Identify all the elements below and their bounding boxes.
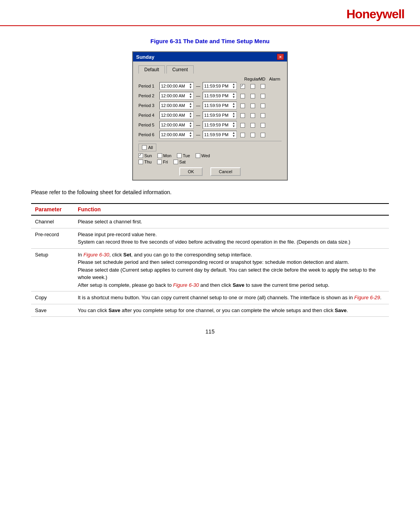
sun-checkbox[interactable] xyxy=(138,153,143,158)
ok-button[interactable]: OK xyxy=(179,167,203,176)
period-3-regular-checkbox[interactable] xyxy=(240,104,245,108)
period-4-alarm-checkbox[interactable] xyxy=(261,113,265,118)
setup-text-2: , click xyxy=(109,252,123,258)
table-row: Channel Please select a channel first. xyxy=(31,215,389,228)
save-text-1: You can click xyxy=(78,307,108,313)
period-1-md-cell xyxy=(248,83,257,89)
period-row-1: Period 1 12:00:00 AM ▲▼ — 11:59:59 PM ▲▼ xyxy=(138,82,282,90)
period-4-start-spinner[interactable]: ▲▼ xyxy=(189,112,192,118)
period-5-md-cell xyxy=(248,122,257,128)
period-2-start[interactable]: 12:00:00 AM ▲▼ xyxy=(159,92,194,100)
days-row-2: Thu Fri Sat xyxy=(138,160,282,164)
period-5-md-checkbox[interactable] xyxy=(250,123,255,128)
period-4-regular-checkbox[interactable] xyxy=(240,113,245,118)
period-3-alarm-checkbox[interactable] xyxy=(261,104,265,108)
cancel-button[interactable]: Cancel xyxy=(210,167,241,176)
param-prerecord: Pre-record xyxy=(31,228,74,248)
table-row: Pre-record Please input pre-record value… xyxy=(31,228,389,248)
period-6-alarm-checkbox[interactable] xyxy=(261,133,265,137)
setup-text-3: , and you can go to the corresponding se… xyxy=(131,252,252,258)
fri-label: Fri xyxy=(163,160,168,164)
day-sun: Sun xyxy=(138,153,152,158)
day-sat: Sat xyxy=(173,160,186,164)
tue-label: Tue xyxy=(183,153,190,158)
wed-label: Wed xyxy=(201,153,210,158)
period-1-regular-checkbox[interactable] xyxy=(240,84,245,89)
all-label: All xyxy=(148,145,153,150)
save-text-3: . xyxy=(346,307,348,313)
setup-link-1: Figure 6-30 xyxy=(83,252,109,258)
setup-text-5: Please select date (Current setup applie… xyxy=(78,267,376,281)
period-6-regular-checkbox[interactable] xyxy=(240,133,245,137)
dialog-wrapper: Sunday × Default Current Regular MD Alar… xyxy=(31,51,389,181)
dialog-close-button[interactable]: × xyxy=(277,54,284,60)
period-6-md-checkbox[interactable] xyxy=(250,133,255,137)
copy-link-1: Figure 6-29 xyxy=(354,295,380,300)
period-1-start[interactable]: 12:00:00 AM ▲▼ xyxy=(159,82,194,90)
period-4-end-spinner[interactable]: ▲▼ xyxy=(232,112,235,118)
table-row: Save You can click Save after you comple… xyxy=(31,304,389,317)
period-4-start[interactable]: 12:00:00 AM ▲▼ xyxy=(159,111,194,119)
period-3-end[interactable]: 11:59:59 PM ▲▼ xyxy=(203,102,237,109)
day-tue: Tue xyxy=(177,153,190,158)
period-2-md-checkbox[interactable] xyxy=(250,94,255,98)
period-1-md-checkbox[interactable] xyxy=(250,84,255,89)
mon-checkbox[interactable] xyxy=(158,153,162,158)
period-row-5: Period 5 12:00:00 AM ▲▼ — 11:59:59 PM ▲▼ xyxy=(138,121,282,129)
period-5-end-spinner[interactable]: ▲▼ xyxy=(232,122,235,128)
period-6-label: Period 6 xyxy=(138,132,158,137)
period-3-md-cell xyxy=(248,103,257,108)
period-4-md-checkbox[interactable] xyxy=(250,113,255,118)
tue-checkbox[interactable] xyxy=(177,153,182,158)
period-3-end-value: 11:59:59 PM xyxy=(204,103,228,108)
setup-text-4: Please set schedule period and then sele… xyxy=(78,259,349,265)
period-6-end-spinner[interactable]: ▲▼ xyxy=(232,132,235,138)
all-checkbox[interactable] xyxy=(142,145,147,150)
table-body: Channel Please select a channel first. P… xyxy=(31,215,389,317)
fri-checkbox[interactable] xyxy=(157,160,162,164)
tab-current[interactable]: Current xyxy=(166,65,194,74)
setup-text-8: to save the current time period setup. xyxy=(245,282,329,288)
param-copy: Copy xyxy=(31,291,74,304)
period-1-alarm-cell xyxy=(259,83,267,89)
period-row-2: Period 2 12:00:00 AM ▲▼ — 11:59:59 PM ▲▼ xyxy=(138,92,282,100)
period-5-start-spinner[interactable]: ▲▼ xyxy=(189,122,192,128)
period-1-alarm-checkbox[interactable] xyxy=(261,84,265,89)
param-setup: Setup xyxy=(31,248,74,291)
period-2-start-spinner[interactable]: ▲▼ xyxy=(189,93,192,99)
dialog-title: Sunday xyxy=(136,54,154,60)
thu-label: Thu xyxy=(144,160,152,164)
tab-default[interactable]: Default xyxy=(138,65,165,74)
thu-checkbox[interactable] xyxy=(138,160,143,164)
period-6-start[interactable]: 12:00:00 AM ▲▼ xyxy=(159,131,194,139)
period-5-alarm-checkbox[interactable] xyxy=(261,123,265,128)
period-5-end[interactable]: 11:59:59 PM ▲▼ xyxy=(203,121,237,129)
page-header: Honeywell xyxy=(0,0,420,26)
period-3-end-spinner[interactable]: ▲▼ xyxy=(232,102,235,109)
table-header-row: Parameter Function xyxy=(31,204,389,215)
setup-text-1: In xyxy=(78,252,83,258)
period-1-end[interactable]: 11:59:59 PM ▲▼ xyxy=(203,82,237,90)
save-bold-2: Save xyxy=(335,307,346,313)
wed-checkbox[interactable] xyxy=(196,153,200,158)
period-1-end-spinner[interactable]: ▲▼ xyxy=(232,83,235,89)
col-header-alarm: Alarm xyxy=(269,77,280,81)
period-2-regular-checkbox[interactable] xyxy=(240,94,245,98)
period-1-start-spinner[interactable]: ▲▼ xyxy=(189,83,192,89)
period-2-end[interactable]: 11:59:59 PM ▲▼ xyxy=(203,92,237,100)
period-2-md-cell xyxy=(248,93,257,98)
period-6-end[interactable]: 11:59:59 PM ▲▼ xyxy=(203,131,237,139)
period-4-end[interactable]: 11:59:59 PM ▲▼ xyxy=(203,111,237,119)
period-5-start[interactable]: 12:00:00 AM ▲▼ xyxy=(159,121,194,129)
period-3-md-checkbox[interactable] xyxy=(250,104,255,108)
period-5-regular-checkbox[interactable] xyxy=(240,123,245,128)
period-2-alarm-checkbox[interactable] xyxy=(261,94,265,98)
period-3-start[interactable]: 12:00:00 AM ▲▼ xyxy=(159,102,194,109)
day-thu: Thu xyxy=(138,160,152,164)
period-6-start-spinner[interactable]: ▲▼ xyxy=(189,132,192,138)
period-2-end-spinner[interactable]: ▲▼ xyxy=(232,93,235,99)
save-text-2: after you complete setup for one channel… xyxy=(120,307,334,313)
period-4-regular-cell xyxy=(238,112,247,118)
period-3-start-spinner[interactable]: ▲▼ xyxy=(189,102,192,109)
sat-checkbox[interactable] xyxy=(173,160,178,164)
